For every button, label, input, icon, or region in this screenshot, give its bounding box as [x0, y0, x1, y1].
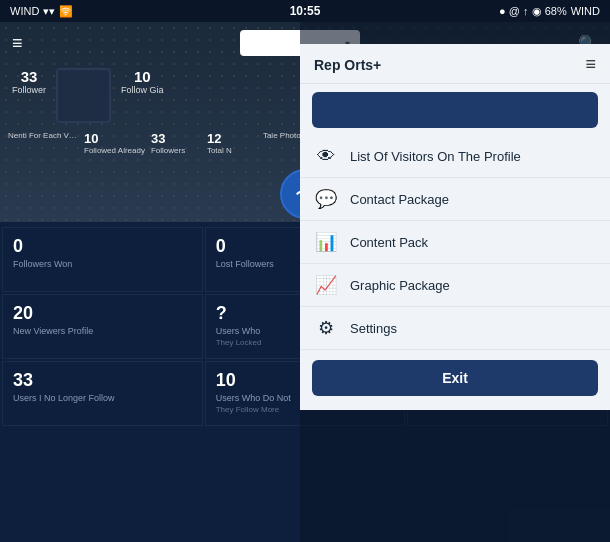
status-left: WIND ▾▾ 🛜 — [10, 5, 73, 18]
nenti-label: Nenti For Each Video — [8, 131, 78, 140]
following-stat: 10 Follow Gia — [121, 68, 164, 95]
settings-label: Settings — [350, 321, 397, 336]
dropdown-title: Rep Orts+ — [314, 57, 381, 73]
carrier-right: WIND — [571, 5, 600, 17]
status-right: ● @ ↑ ◉ 68% WIND — [499, 5, 600, 18]
trending-icon: 📈 — [314, 274, 338, 296]
graphic-label: Graphic Package — [350, 278, 450, 293]
hamburger-right-icon[interactable]: ≡ — [585, 54, 596, 75]
content-label: Content Pack — [350, 235, 428, 250]
follower-count: 33 — [21, 68, 38, 85]
signal-icon: ▾▾ — [43, 5, 55, 18]
menu-item-graphic[interactable]: 📈 Graphic Package — [300, 264, 610, 307]
following-count: 10 — [134, 68, 151, 85]
menu-item-content[interactable]: 📊 Content Pack — [300, 221, 610, 264]
contact-label: Contact Package — [350, 192, 449, 207]
profile-avatar[interactable] — [56, 68, 111, 123]
stat-total: 12 Total N — [207, 131, 257, 155]
wifi-icon: 🛜 — [59, 5, 73, 18]
follower-label: Follower — [12, 85, 46, 95]
status-time: 10:55 — [290, 4, 321, 18]
card-new-viewers[interactable]: 20 New Viewers Profile — [2, 294, 203, 359]
card-followers-won[interactable]: 0 Followers Won — [2, 227, 203, 292]
carrier-left: WIND — [10, 5, 39, 17]
menu-item-settings[interactable]: ⚙ Settings — [300, 307, 610, 350]
visitors-label: List Of Visitors On The Profile — [350, 149, 521, 164]
stat-nenti: Nenti For Each Video — [8, 131, 78, 155]
menu-item-contact[interactable]: 💬 Contact Package — [300, 178, 610, 221]
eye-icon: 👁 — [314, 146, 338, 167]
card-no-longer-follow[interactable]: 33 Users I No Longer Follow — [2, 361, 203, 426]
gear-icon: ⚙ — [314, 317, 338, 339]
dropdown-search-input[interactable] — [312, 92, 598, 128]
hamburger-left-icon[interactable]: ≡ — [12, 33, 23, 54]
app-container: ≡ ▾ 🔍 33 Follower 10 Follow Gia Nenti Fo… — [0, 22, 610, 542]
follower-stat: 33 Follower — [12, 68, 46, 95]
following-label: Follow Gia — [121, 85, 164, 95]
dropdown-panel: Rep Orts+ ≡ 👁 List Of Visitors On The Pr… — [300, 44, 610, 410]
status-icons: ● @ ↑ ◉ 68% — [499, 5, 567, 18]
status-bar: WIND ▾▾ 🛜 10:55 ● @ ↑ ◉ 68% WIND — [0, 0, 610, 22]
stat-followed: 10 Followed Already — [84, 131, 145, 155]
stat-followers: 33 Followers — [151, 131, 201, 155]
dropdown-header: Rep Orts+ ≡ — [300, 44, 610, 84]
menu-item-visitors[interactable]: 👁 List Of Visitors On The Profile — [300, 136, 610, 178]
exit-button[interactable]: Exit — [312, 360, 598, 396]
chart-bar-icon: 📊 — [314, 231, 338, 253]
message-icon: 💬 — [314, 188, 338, 210]
